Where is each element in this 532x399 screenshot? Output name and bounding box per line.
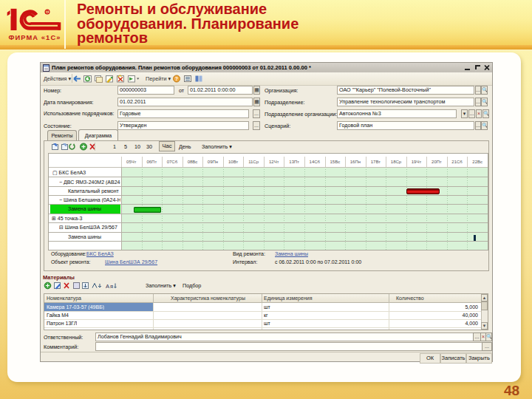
svg-text:?: ? (175, 76, 178, 81)
svg-text:А: А (106, 283, 109, 290)
svg-text:я: я (110, 283, 113, 290)
